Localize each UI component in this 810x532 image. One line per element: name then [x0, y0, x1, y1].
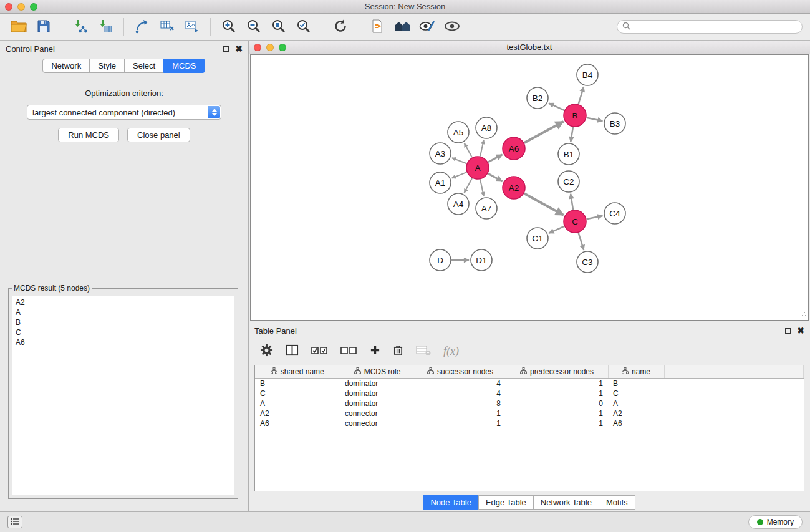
export-image-button[interactable]	[181, 16, 203, 37]
table-row[interactable]: Cdominator41C	[255, 389, 804, 399]
edge-A-A6[interactable]	[488, 155, 503, 162]
table-tab-motifs[interactable]: Motifs	[599, 495, 635, 510]
table-row[interactable]: Bdominator41B	[255, 378, 804, 389]
column-header-MCDS-role[interactable]: MCDS role	[340, 365, 415, 378]
mcds-result-item[interactable]: C	[16, 327, 231, 337]
edge-A-A1[interactable]	[452, 172, 467, 178]
select-all-columns-icon[interactable]	[311, 346, 328, 357]
minimize-window-button[interactable]	[17, 3, 25, 11]
column-header-predecessor-nodes[interactable]: predecessor nodes	[506, 365, 608, 378]
mcds-result-item[interactable]: A	[16, 307, 231, 317]
node-C1[interactable]: C1	[527, 228, 548, 249]
node-A5[interactable]: A5	[448, 122, 469, 143]
tab-select[interactable]: Select	[124, 59, 164, 73]
fullscreen-window-button[interactable]	[30, 3, 37, 11]
edge-B-B2[interactable]	[549, 103, 564, 110]
network-table-button[interactable]	[156, 16, 178, 37]
home-network-button[interactable]	[391, 16, 413, 37]
node-B2[interactable]: B2	[527, 87, 548, 109]
node-B[interactable]: B	[564, 104, 586, 127]
table-row[interactable]: A2connector11A2	[255, 409, 804, 418]
zoom-in-button[interactable]	[218, 16, 240, 37]
table-tab-node-table[interactable]: Node Table	[423, 495, 479, 510]
edge-C-C1[interactable]	[549, 226, 564, 233]
memory-button[interactable]: Memory	[748, 515, 803, 529]
table-tab-network-table[interactable]: Network Table	[533, 495, 599, 510]
node-B1[interactable]: B1	[558, 143, 579, 165]
network-window-titlebar[interactable]: testGlobe.txt	[249, 41, 810, 54]
minimize-network-window-button[interactable]	[266, 44, 274, 51]
edge-A-A7[interactable]	[480, 180, 484, 196]
close-panel-icon[interactable]: ✖	[235, 46, 243, 52]
node-A7[interactable]: A7	[476, 198, 497, 219]
task-history-button[interactable]	[7, 516, 22, 528]
node-B4[interactable]: B4	[577, 64, 598, 85]
zoom-fit-button[interactable]	[268, 16, 290, 37]
float-table-panel-icon[interactable]	[785, 328, 791, 334]
open-session-button[interactable]	[7, 16, 30, 37]
column-header-successor-nodes[interactable]: successor nodes	[415, 365, 506, 378]
import-network-button[interactable]	[69, 16, 92, 37]
node-C2[interactable]: C2	[558, 171, 579, 192]
node-C[interactable]: C	[564, 210, 586, 233]
node-A1[interactable]: A1	[430, 172, 451, 193]
node-A2[interactable]: A2	[503, 177, 525, 199]
edge-A-A5[interactable]	[465, 143, 472, 158]
node-C4[interactable]: C4	[604, 203, 625, 224]
node-A6[interactable]: A6	[503, 137, 525, 160]
mcds-result-item[interactable]: A2	[16, 297, 231, 307]
column-header-name[interactable]: name	[608, 365, 664, 378]
optimization-select[interactable]: largest connected component (directed)	[27, 105, 221, 120]
edge-A-A4[interactable]	[464, 178, 472, 193]
edge-C-C2[interactable]	[571, 194, 573, 210]
table-row[interactable]: Adominator80A	[255, 399, 804, 409]
table-settings-gear-icon[interactable]	[260, 344, 273, 359]
clone-network-button[interactable]	[131, 16, 153, 37]
zoom-network-window-button[interactable]	[279, 44, 286, 51]
node-D[interactable]: D	[430, 249, 451, 271]
show-hide-button[interactable]	[441, 16, 463, 37]
close-table-panel-icon[interactable]: ✖	[797, 327, 804, 334]
import-table-button[interactable]	[94, 16, 117, 37]
table-row[interactable]: A6connector11A6	[255, 418, 804, 428]
refresh-button[interactable]	[329, 16, 352, 37]
edge-C-C4[interactable]	[587, 216, 603, 219]
unselect-all-columns-icon[interactable]	[340, 346, 357, 357]
node-A3[interactable]: A3	[430, 143, 451, 164]
close-window-button[interactable]	[5, 3, 12, 11]
combo-stepper-icon[interactable]	[208, 106, 220, 118]
edge-B-B4[interactable]	[579, 87, 584, 104]
search-input[interactable]	[634, 22, 797, 31]
mcds-result-item[interactable]: B	[16, 317, 231, 327]
close-network-window-button[interactable]	[254, 44, 261, 51]
node-C3[interactable]: C3	[577, 251, 598, 273]
edge-B-B1[interactable]	[571, 127, 573, 142]
add-column-icon[interactable]	[370, 345, 380, 357]
mcds-result-item[interactable]: A6	[16, 337, 231, 347]
float-panel-icon[interactable]	[223, 46, 229, 52]
column-header-shared-name[interactable]: shared name	[255, 365, 340, 378]
edge-A-A8[interactable]	[480, 140, 484, 157]
network-canvas[interactable]: AA6A2BCA1A3A4A5A7A8B1B2B3B4C1C2C3C4DD1	[250, 54, 809, 321]
delete-column-trash-icon[interactable]	[393, 344, 403, 358]
node-D1[interactable]: D1	[471, 249, 492, 271]
function-builder-button[interactable]: f(x)	[443, 345, 459, 358]
edge-A-A2[interactable]	[488, 173, 503, 181]
edge-A2-C[interactable]	[524, 193, 564, 215]
node-A8[interactable]: A8	[476, 117, 497, 138]
zoom-selected-button[interactable]	[292, 16, 315, 37]
edge-B-B3[interactable]	[587, 118, 603, 121]
close-panel-button[interactable]: Close panel	[127, 128, 190, 142]
show-columns-icon[interactable]	[286, 344, 299, 359]
tab-style[interactable]: Style	[89, 59, 125, 73]
zoom-out-button[interactable]	[243, 16, 265, 37]
tab-network[interactable]: Network	[42, 59, 90, 73]
edge-A-A3[interactable]	[452, 158, 467, 163]
edge-A6-B[interactable]	[524, 122, 564, 143]
node-A[interactable]: A	[466, 157, 489, 179]
run-mcds-button[interactable]: Run MCDS	[58, 128, 119, 142]
toolbar-search[interactable]	[617, 20, 803, 34]
mcds-result-list[interactable]: A2ABCA6	[12, 296, 234, 495]
table-tab-edge-table[interactable]: Edge Table	[478, 495, 534, 510]
tab-mcds[interactable]: MCDS	[163, 59, 205, 73]
